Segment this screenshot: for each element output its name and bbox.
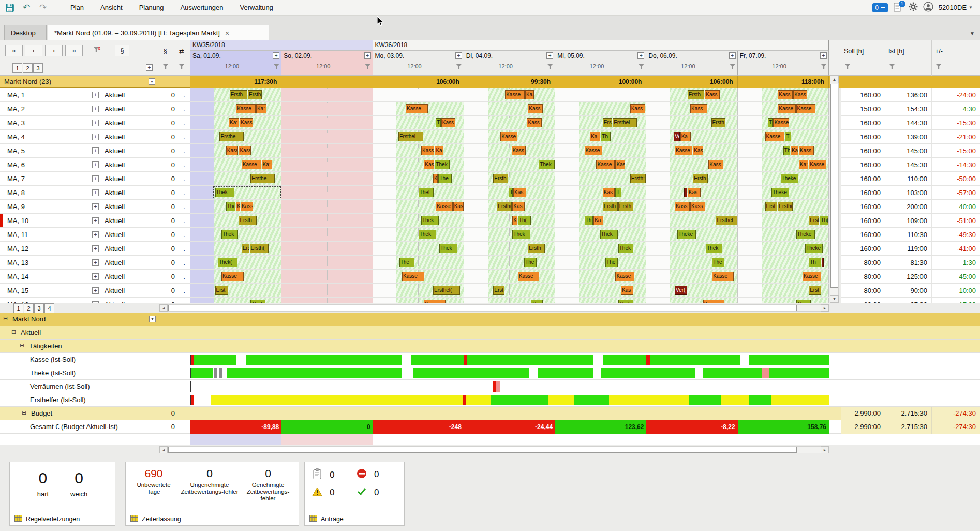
user-avatar-icon[interactable] [923, 2, 933, 13]
schedule-cell[interactable] [464, 256, 555, 269]
schedule-cell[interactable] [373, 298, 464, 303]
day-expand-button[interactable]: + [273, 52, 279, 59]
shift-block[interactable]: Thek [706, 244, 722, 253]
collapse-icon[interactable]: ⊟ [22, 409, 26, 416]
funnel-icon[interactable] [821, 64, 826, 69]
expand-row-button[interactable]: + [92, 231, 99, 238]
shift-block[interactable]: Kasse [778, 104, 795, 113]
week-header-kw36/2018[interactable]: KW36/2018 [373, 40, 829, 51]
shift-block[interactable]: Kasse [436, 202, 452, 211]
shift-block[interactable]: Kass [239, 146, 251, 155]
shift-block[interactable]: Erst [809, 216, 819, 225]
employee-row-6[interactable]: MA, 6+Aktuell [0, 158, 159, 172]
shift-block[interactable]: Kasse [809, 160, 826, 169]
hscroll-thumb[interactable] [168, 447, 797, 453]
employee-row-13[interactable]: MA, 13+Aktuell [0, 256, 159, 270]
schedule-cell[interactable] [281, 116, 373, 129]
shift-block[interactable]: Kasse [424, 300, 445, 303]
shift-block[interactable] [822, 258, 824, 267]
expand-row-button[interactable]: + [92, 134, 99, 140]
schedule-cell[interactable] [281, 144, 373, 157]
shift-block[interactable]: Kas [453, 202, 464, 211]
schedule-cell[interactable] [646, 130, 737, 143]
shift-block[interactable]: Ka: [256, 104, 266, 113]
shift-block[interactable]: Kass [799, 146, 814, 155]
schedule-cell[interactable] [464, 228, 555, 241]
shift-block[interactable]: Ersth [711, 118, 725, 127]
schedule-cell[interactable] [281, 242, 373, 255]
shift-block[interactable]: Kass [793, 90, 807, 99]
vscroll-thumb[interactable] [830, 84, 838, 288]
shift-block[interactable]: Theke [781, 174, 798, 183]
shift-block[interactable]: Ersthel [716, 216, 737, 225]
shift-block[interactable]: Erst [603, 118, 612, 127]
shift-block[interactable]: Kas [615, 160, 625, 169]
layer-button-3[interactable]: 3 [34, 303, 44, 313]
shift-block[interactable]: Thek [512, 230, 530, 239]
layer-button-3[interactable]: 3 [33, 63, 43, 73]
shift-block[interactable]: Ve [674, 132, 679, 141]
shift-block[interactable]: Kasse [703, 300, 724, 303]
schedule-cell[interactable] [190, 214, 281, 227]
menu-item-verwaltung[interactable]: Verwaltung [232, 0, 281, 15]
shift-block[interactable]: Kasse [518, 272, 539, 281]
close-icon[interactable]: × [225, 29, 229, 37]
schedule-cell[interactable] [646, 158, 737, 171]
schedule-cell[interactable] [281, 88, 373, 101]
tab-list-caret-icon[interactable]: ▼ [970, 31, 975, 36]
summary-row-bar-5[interactable]: Verräumen (Ist-Soll) [0, 380, 980, 393]
nav-prev-button[interactable]: ‹ [25, 45, 42, 56]
requests-footer[interactable]: Anträge [305, 512, 404, 525]
expand-row-button[interactable]: + [92, 92, 99, 98]
shift-block[interactable]: Ka [435, 146, 443, 155]
vertical-scrollbar[interactable]: ▲▼ [830, 76, 839, 303]
schedule-cell[interactable] [464, 270, 555, 283]
shift-block[interactable]: Ersth [603, 202, 618, 211]
schedule-cell[interactable] [646, 284, 737, 297]
expand-row-button[interactable]: + [92, 203, 99, 210]
shift-block[interactable]: Ka [791, 146, 798, 155]
shift-block[interactable]: K [512, 216, 517, 225]
shift-block[interactable]: Thel [226, 202, 235, 211]
schedule-cell[interactable] [464, 214, 555, 227]
schedule-cell[interactable] [373, 88, 464, 101]
schedule-cell[interactable] [373, 158, 464, 171]
shift-block[interactable]: Thek [421, 216, 439, 225]
tab-desktop[interactable]: Desktop [4, 25, 47, 40]
shift-block[interactable]: Kasse [803, 272, 821, 281]
shift-block[interactable]: Kass [630, 104, 645, 113]
expand-row-button[interactable]: + [92, 189, 99, 196]
summary-row-bar-6[interactable]: Ersthelfer (Ist-Soll) [0, 393, 980, 407]
funnel-icon[interactable] [365, 64, 370, 69]
shift-block[interactable]: T [509, 188, 513, 197]
settings-gear-icon[interactable] [909, 2, 918, 13]
save-icon[interactable] [3, 2, 17, 14]
shift-block[interactable]: Thek [435, 160, 450, 169]
funnel-icon[interactable] [456, 64, 462, 69]
shift-block[interactable]: Ka: [229, 118, 239, 127]
scroll-down-button[interactable]: ▼ [830, 295, 839, 303]
scroll-right-button[interactable]: ► [821, 304, 829, 312]
collapse-all-button[interactable]: — [3, 304, 9, 312]
employee-row-16[interactable]: MA, 16+Aktuell [0, 298, 159, 303]
collapse-icon[interactable]: ⊟ [3, 315, 8, 322]
schedule-cell[interactable] [373, 214, 464, 227]
schedule-cell[interactable] [281, 130, 373, 143]
collapse-all-button[interactable]: — [2, 63, 8, 70]
shift-block[interactable]: Ersth( [250, 244, 269, 253]
shift-block[interactable]: Kass [708, 160, 723, 169]
shift-block[interactable]: Theke [677, 230, 696, 239]
shift-block[interactable]: Ka [593, 216, 603, 225]
employee-row-2[interactable]: MA, 2+Aktuell [0, 102, 159, 116]
shift-block[interactable]: Th( [820, 216, 828, 225]
shift-block[interactable]: Theke [805, 244, 823, 253]
shift-block[interactable]: Ersthel [398, 132, 423, 141]
nav-last-button[interactable]: » [65, 45, 83, 56]
shift-block[interactable]: The [531, 300, 543, 303]
shift-block[interactable]: Th [585, 216, 593, 225]
schedule-cell[interactable] [190, 298, 281, 303]
day-expand-button[interactable]: + [820, 52, 827, 59]
shift-block[interactable]: Thek [221, 230, 238, 239]
nav-next-button[interactable]: › [45, 45, 63, 56]
employee-row-1[interactable]: MA, 1+Aktuell [0, 88, 159, 102]
